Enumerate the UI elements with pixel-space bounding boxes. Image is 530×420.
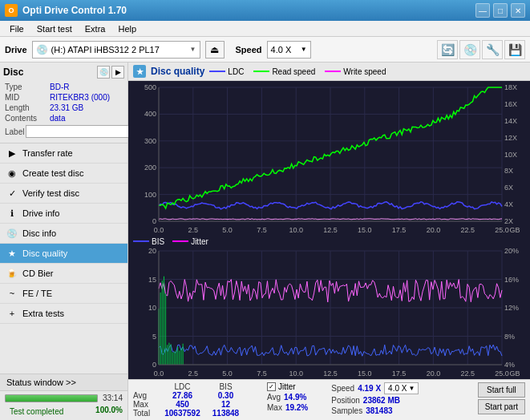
status-section: Status window >> 33:14 Test completed 10… [0,374,127,420]
position-value: 23862 MB [363,396,400,405]
sidebar-item-disc-info[interactable]: 💿 Disc info [0,224,127,244]
disc-length-row: Length 23.31 GB [3,103,124,113]
read-speed-color [253,71,269,72]
disc-length-label: Length [5,103,50,112]
jitter-checkbox[interactable]: ✓ [267,382,276,391]
disc-type-value: BD-R [50,83,69,91]
verify-test-disc-icon: ✓ [6,188,18,199]
drive-value: (H:) ATAPI iHBS312 2 PL17 [51,45,187,55]
menu-file[interactable]: File [3,23,30,34]
drive-select[interactable]: 💿 (H:) ATAPI iHBS312 2 PL17 ▼ [32,41,200,59]
ldc-avg: 27.86 [160,391,204,400]
disc-info-icon: 💿 [6,228,18,239]
extra-tests-icon: + [6,308,18,319]
stats-jitter: ✓ Jitter Avg 14.9% Max 19.2% [267,382,308,412]
drive-info-icon: ℹ [6,208,18,219]
progress-row: 33:14 [0,391,127,405]
transfer-rate-label: Transfer rate [22,148,73,158]
progress-bar-fill [6,395,97,402]
main-content: Disc 💿 ▶ Type BD-R MID RITEKBR3 (000) Le… [0,63,530,420]
bottom-chart [128,248,530,379]
drive-dropdown-arrow: ▼ [190,46,196,53]
max-label: Max [133,400,157,409]
speed-label: Speed [236,45,262,55]
ldc-total: 10637592 [160,409,204,418]
ldc-label: LDC [228,67,244,76]
avg-label: Avg [133,391,157,400]
samples-value: 381483 [366,406,392,415]
window-title: Opti Drive Control 1.70 [22,5,127,16]
disc-mid-label: MID [5,93,50,102]
chart-header: ★ Disc quality LDC Read speed Write spee… [128,63,530,81]
transfer-rate-icon: ▶ [6,147,18,159]
jitter-avg: 14.9% [284,393,306,402]
disc-mid-row: MID RITEKBR3 (000) [3,92,124,103]
label-input[interactable] [26,125,129,138]
sidebar: Disc 💿 ▶ Type BD-R MID RITEKBR3 (000) Le… [0,63,128,420]
charts-container: BIS Jitter [128,81,530,379]
ldc-color [209,71,225,72]
disc-contents-label: Contents [5,114,50,123]
chart-icon: ★ [133,65,146,78]
drive-label: Drive [5,45,27,55]
progress-percent: 100.0% [91,406,123,418]
label-text: Label [5,127,24,136]
sidebar-item-create-test-disc[interactable]: ◉ Create test disc [0,164,127,184]
jitter-max-label: Max [267,403,282,412]
nav-items: ▶ Transfer rate ◉ Create test disc ✓ Ver… [0,143,127,324]
sidebar-item-disc-quality[interactable]: ★ Disc quality [0,244,127,264]
sidebar-item-verify-test-disc[interactable]: ✓ Verify test disc [0,184,127,204]
refresh-btn[interactable]: 🔄 [437,40,458,59]
menu-extra[interactable]: Extra [79,23,112,34]
speed-stat-label: Speed [331,384,354,393]
disc-info-label: Disc info [22,228,56,238]
bis-max: 12 [208,400,244,409]
jitter-max: 19.2% [285,403,308,412]
title-bar: O Opti Drive Control 1.70 — □ ✕ [0,0,530,21]
legend-read-speed: Read speed [253,67,315,76]
minimize-btn[interactable]: — [475,3,490,18]
ldc-header: LDC [160,382,204,391]
menu-bar: File Start test Extra Help [0,21,530,37]
settings-btn[interactable]: 🔧 [482,40,503,59]
chart-legend: LDC Read speed Write speed [209,67,386,76]
close-btn[interactable]: ✕ [511,3,525,18]
write-speed-color [325,71,341,72]
ldc-max: 450 [160,400,204,409]
sidebar-item-transfer-rate[interactable]: ▶ Transfer rate [0,143,127,164]
sidebar-item-fe-te[interactable]: ~ FE / TE [0,284,127,304]
start-full-btn[interactable]: Start full [478,382,525,398]
disc-contents-row: Contents data [3,113,124,123]
start-part-btn[interactable]: Start part [478,399,525,414]
sidebar-item-drive-info[interactable]: ℹ Drive info [0,204,127,224]
status-text: Test completed [5,406,68,418]
jitter-avg-label: Avg [267,393,281,402]
position-label: Position [331,396,360,405]
disc-contents-value: data [50,114,65,123]
menu-help[interactable]: Help [111,23,143,34]
disc-type-row: Type BD-R [3,82,124,92]
disc-length-value: 23.31 GB [50,103,83,112]
disc-arrow-btn[interactable]: ▶ [111,66,124,79]
stats-bar: LDC BIS Avg 27.86 0.30 Max 450 12 Total … [128,379,530,420]
maximize-btn[interactable]: □ [493,3,508,18]
eject-btn[interactable]: ⏏ [205,41,225,59]
disc-icon-btn[interactable]: 💿 [97,66,110,79]
jitter-label: Jitter [191,237,208,246]
status-window-btn[interactable]: Status window >> [0,374,127,391]
bis-label: BIS [152,237,164,246]
speed-dropdown[interactable]: 4.0 X ▼ [384,382,419,394]
sidebar-item-extra-tests[interactable]: + Extra tests [0,304,127,324]
top-chart-canvas [128,81,530,236]
disc-mid-value: RITEKBR3 (000) [50,93,110,102]
progress-bar [5,394,98,402]
stats-ldc-bis: LDC BIS Avg 27.86 0.30 Max 450 12 Total … [133,382,244,418]
speed-select[interactable]: 4.0 X ▼ [267,41,311,59]
chart-area: ★ Disc quality LDC Read speed Write spee… [128,63,530,420]
save-btn[interactable]: 💾 [504,40,525,59]
bis-header: BIS [208,382,244,391]
sidebar-item-cd-bier[interactable]: 🍺 CD Bier [0,264,127,284]
disc-btn[interactable]: 💿 [459,40,480,59]
menu-start-test[interactable]: Start test [30,23,79,34]
bottom-chart-legend: BIS Jitter [128,236,530,248]
